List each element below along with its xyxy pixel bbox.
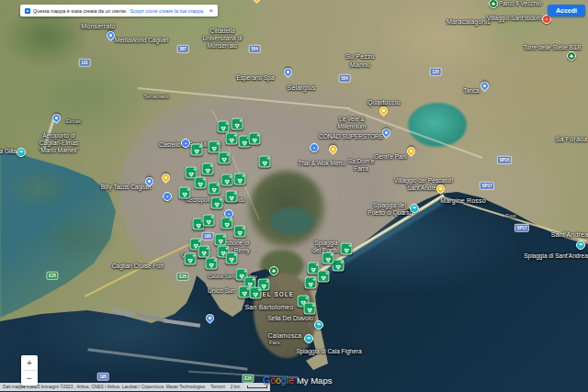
beach-poi-icon[interactable]: ☂: [17, 148, 26, 157]
map-label: Sa Forada: [556, 136, 588, 144]
yellow-pin-icon[interactable]: [251, 0, 263, 4]
map-label: Le Vele & Millennium: [337, 116, 366, 130]
map-label: Genn'e Pani: [374, 153, 407, 161]
heart-marker-icon[interactable]: ♥++: [221, 218, 233, 230]
heart-marker-icon[interactable]: ♥++: [250, 287, 262, 299]
heart-marker-icon[interactable]: ♥++: [249, 133, 261, 145]
beach-poi-icon[interactable]: ☂: [314, 320, 323, 330]
heart-marker-icon[interactable]: ♥++: [232, 118, 243, 130]
park-poi-icon[interactable]: ♣: [269, 266, 278, 275]
map-label: CONAD SUPERSTORE: [319, 133, 383, 140]
scale-label: 2 km: [231, 385, 240, 389]
shop-poi-icon[interactable]: •: [163, 192, 172, 201]
map-label: Sa Dom'e Farra: [348, 158, 374, 173]
heart-marker-icon[interactable]: ♥++: [226, 191, 238, 203]
map-label: Tanca: [463, 87, 479, 95]
blue-pin-icon[interactable]: [282, 66, 294, 78]
sign-in-button[interactable]: Accedi: [548, 5, 585, 17]
heart-marker-icon[interactable]: ♥++: [259, 156, 271, 168]
road-shield: 195: [97, 373, 109, 381]
map-label: Thai & Wok Menù: [298, 160, 345, 167]
create-map-link[interactable]: Scopri come creare la tua mappa.: [130, 8, 205, 14]
blue-pin-icon[interactable]: [143, 175, 155, 187]
map-label: Faro: [269, 340, 280, 346]
blue-pin-icon[interactable]: [204, 312, 216, 324]
user-map-banner: Questa mappa è stata creata da un utente…: [20, 5, 218, 17]
heart-marker-icon[interactable]: ♥++: [202, 163, 214, 175]
zoom-out-button[interactable]: −: [21, 371, 38, 386]
map-label: Villaggio Sant'Isidoro: [487, 15, 542, 22]
road-shield: SP15: [497, 156, 512, 164]
heart-marker-icon[interactable]: ♥++: [195, 177, 207, 189]
map-label: Spiaggia di Cala Fighera: [296, 348, 361, 355]
beach-poi-icon[interactable]: ☂: [410, 204, 419, 213]
heart-marker-icon[interactable]: ♥++: [226, 133, 238, 145]
yellow-pin-icon[interactable]: [378, 105, 390, 117]
map-label: Su Pezzu Mannu: [345, 53, 375, 70]
heart-marker-icon[interactable]: ♥++: [226, 252, 238, 264]
yellow-pin-icon[interactable]: [327, 143, 339, 155]
terms-link[interactable]: Termini: [210, 385, 224, 389]
heart-marker-icon[interactable]: ♥++: [234, 174, 246, 185]
map-label: Cittadella Universitaria di Monserrato: [203, 28, 243, 50]
close-icon[interactable]: ×: [209, 7, 212, 15]
yellow-pin-icon[interactable]: [160, 172, 172, 184]
heart-marker-icon[interactable]: ♥++: [341, 243, 353, 255]
heart-marker-icon[interactable]: ♥++: [211, 197, 223, 209]
map-label: Spiaggia del Poetto di Quartu: [368, 202, 411, 217]
banner-message: Questa mappa è stata creata da un utente…: [33, 8, 128, 14]
map-annotations-layer: MonserratoMediaWorld CagliariCittadella …: [0, 0, 588, 392]
heart-marker-icon[interactable]: ♥++: [179, 187, 191, 199]
road-shield: E25: [176, 273, 188, 281]
zoom-control: + −: [21, 355, 38, 386]
my-maps-wordmark: My Maps: [297, 375, 333, 386]
park-poi-icon[interactable]: ♣: [567, 51, 576, 61]
yellow-pin-icon[interactable]: [435, 183, 447, 195]
blue-pin-icon[interactable]: [380, 127, 392, 139]
park-poi-icon[interactable]: ♣: [489, 0, 498, 8]
heart-marker-icon[interactable]: ♥++: [191, 144, 203, 156]
heart-marker-icon[interactable]: ♥++: [322, 252, 334, 264]
blue-pin-icon[interactable]: [479, 80, 491, 92]
shop-poi-icon[interactable]: •: [181, 139, 190, 148]
heart-marker-icon[interactable]: ♥++: [304, 303, 316, 315]
map-label: Sant'Andrea: [551, 231, 588, 240]
google-logo: Google: [263, 375, 294, 386]
map-label: Unico Sun: [208, 287, 235, 295]
google-my-maps-logo[interactable]: GoogleMy Maps: [263, 375, 332, 386]
map-label: Foxi: [506, 213, 516, 219]
scale-bar: [247, 386, 267, 388]
map-label: Santa Gilla: [0, 148, 17, 155]
map-label: Esperano Spa: [236, 74, 274, 82]
map-label: Maracalagonis: [447, 18, 491, 27]
beach-poi-icon[interactable]: ☂: [304, 334, 313, 343]
map-label: Torre delle Stelle B&B: [523, 44, 581, 51]
heart-marker-icon[interactable]: ♥++: [209, 183, 220, 195]
beach-poi-icon[interactable]: ☂: [576, 241, 585, 250]
heart-marker-icon[interactable]: ♥++: [218, 121, 230, 133]
yellow-pin-icon[interactable]: [405, 145, 417, 157]
heart-marker-icon[interactable]: ♥++: [206, 258, 218, 270]
zoom-in-button[interactable]: +: [21, 355, 38, 370]
map-label: Calamosca: [268, 332, 302, 341]
heart-marker-icon[interactable]: ♥++: [219, 152, 231, 164]
road-shield: 387: [177, 45, 189, 53]
map-label: Cagliari Cruise Port: [112, 263, 164, 270]
heart-marker-icon[interactable]: ♥++: [318, 271, 330, 283]
heart-marker-icon[interactable]: ♥++: [185, 253, 197, 265]
map-label: Sella Del Diavolo: [267, 315, 313, 322]
heart-marker-icon[interactable]: ♥++: [221, 174, 233, 186]
blue-pin-icon[interactable]: [51, 112, 62, 124]
map-label: Terramaini: [143, 94, 168, 100]
map-label: San Bartolomeo: [245, 304, 294, 312]
heart-marker-icon[interactable]: ♥++: [203, 215, 215, 227]
heart-marker-icon[interactable]: ♥++: [198, 246, 210, 258]
heart-marker-icon[interactable]: ♥++: [209, 141, 220, 153]
blue-pin-icon[interactable]: [105, 29, 117, 41]
shop-poi-icon[interactable]: •: [310, 143, 319, 152]
map-label: Selargius: [288, 84, 316, 93]
map-label: Parco Il Vecchio: [499, 0, 542, 7]
heart-marker-icon[interactable]: ♥++: [305, 277, 317, 289]
google-my-maps-embed[interactable]: MonserratoMediaWorld CagliariCittadella …: [0, 0, 588, 392]
heart-marker-icon[interactable]: ♥++: [234, 226, 246, 238]
